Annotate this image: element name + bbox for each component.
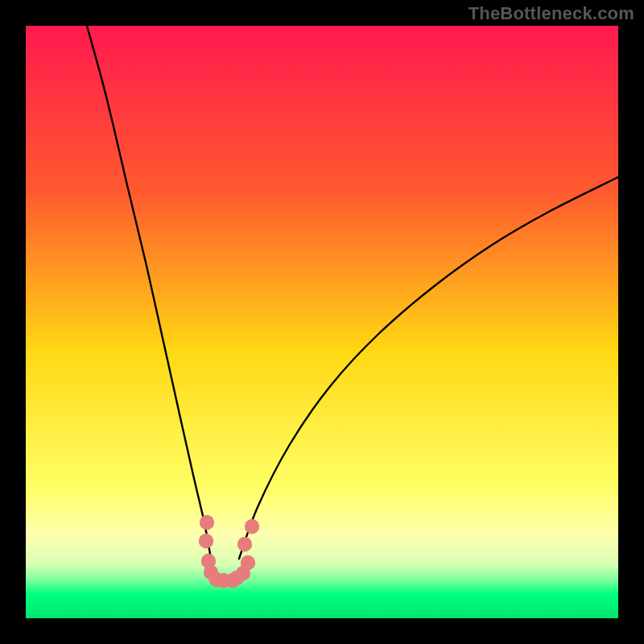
highlight-dot bbox=[199, 534, 213, 548]
highlight-dot bbox=[237, 537, 252, 551]
highlight-dot bbox=[245, 519, 259, 534]
highlight-dot bbox=[200, 515, 214, 530]
plot-background bbox=[26, 26, 618, 618]
bottleneck-chart bbox=[0, 0, 644, 644]
highlight-dot bbox=[241, 555, 255, 570]
chart-frame: TheBottleneck.com bbox=[0, 0, 644, 644]
watermark-text: TheBottleneck.com bbox=[469, 3, 634, 24]
